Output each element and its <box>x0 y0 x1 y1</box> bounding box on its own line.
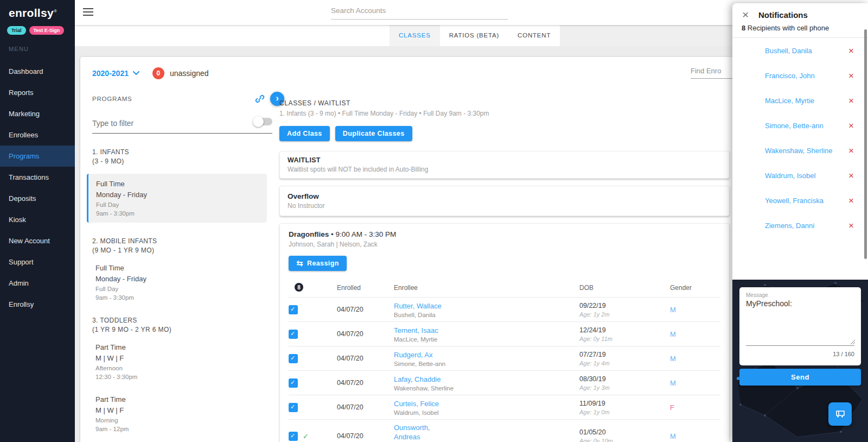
recipient-name-link[interactable]: Yeowell, Franciska <box>765 197 848 205</box>
dob-value: 12/24/19 <box>579 326 670 334</box>
enrollee-name-link[interactable]: Curteis, Felice <box>394 399 439 408</box>
chat-fab-button[interactable] <box>828 402 852 426</box>
row-checkbox[interactable] <box>289 432 298 441</box>
tab[interactable]: CONTENT <box>508 25 560 46</box>
dob-value: 09/22/19 <box>579 302 670 310</box>
notifications-header: × Notifications 8 Recipients with cell p… <box>732 3 868 38</box>
recipient-name-link[interactable]: Bushell, Danila <box>765 47 848 55</box>
reassign-button[interactable]: ⇆ Reassign <box>289 256 347 271</box>
waitlist-title: WAITLIST <box>288 156 722 164</box>
programs-heading: PROGRAMS <box>92 96 132 102</box>
sidebar-item[interactable]: Enrollees <box>0 124 75 146</box>
schedule-hours: 9am - 3:30pm <box>95 293 272 302</box>
program-schedule-card[interactable]: Part Time M | W | F Morning 9am - 12pm <box>95 394 272 433</box>
sidebar-item[interactable]: New Account <box>0 230 75 251</box>
sidebar-item[interactable]: Enrollsy <box>0 294 75 315</box>
row-checkbox[interactable] <box>289 330 298 339</box>
sidebar-item[interactable]: Admin <box>0 273 75 294</box>
age-value: Age: 1y 4m <box>579 360 670 367</box>
remove-recipient-icon[interactable]: × <box>848 121 854 130</box>
recipient-name-link[interactable]: MacLice, Myrtie <box>765 97 848 105</box>
enrollee-name-link[interactable]: Lafay, Chaddie <box>394 375 441 384</box>
enrollee-name-link[interactable]: Rutter, Wallace <box>394 301 442 311</box>
resize-handle-icon[interactable] <box>850 339 856 345</box>
menu-section-label: MENU <box>0 35 75 52</box>
link-icon[interactable] <box>254 93 265 104</box>
recipient-row: MacLice, Myrtie × <box>732 88 868 113</box>
table-header-row: 8 Enrolled Enrollee DOB Gender <box>289 279 720 297</box>
registered-mark-icon: ® <box>54 9 57 14</box>
enrollee-row: ✓ 04/07/20 Rutter, Wallace Bushell, Dani… <box>289 297 720 321</box>
tab[interactable]: CLASSES <box>390 25 440 46</box>
sidebar-item[interactable]: Kiosk <box>0 209 75 230</box>
dob-value: 11/09/19 <box>579 400 670 407</box>
filter-toggle[interactable] <box>254 118 272 125</box>
school-year-selector[interactable]: 2020-2021 <box>92 69 139 78</box>
row-checkbox[interactable] <box>289 403 298 412</box>
hamburger-menu-icon[interactable] <box>83 8 93 18</box>
enrollee-row: ✓ 04/07/20 Ounsworth, Andreas Yeowell, F… <box>289 419 720 442</box>
chevron-down-icon <box>133 71 139 75</box>
overflow-title: Overflow <box>288 192 722 200</box>
panel-scrollbar[interactable] <box>864 29 867 259</box>
enrollee-name-link[interactable]: Ternent, Isaac <box>394 326 438 335</box>
class-time: • 9:00 AM - 3:30 PM <box>329 230 396 238</box>
sidebar-item[interactable]: Programs <box>0 146 75 167</box>
textarea-underline <box>746 345 854 346</box>
row-checkbox[interactable] <box>289 354 298 363</box>
recipient-name-link[interactable]: Simone, Bette-ann <box>765 122 848 130</box>
sidebar-item[interactable]: Reports <box>0 82 75 103</box>
remove-recipient-icon[interactable]: × <box>848 171 854 180</box>
schedule-session: Afternoon <box>95 364 272 372</box>
remove-recipient-icon[interactable]: × <box>848 46 854 55</box>
send-button[interactable]: Send <box>739 369 861 386</box>
search-accounts-input[interactable] <box>331 4 508 20</box>
remove-recipient-icon[interactable]: × <box>848 196 854 205</box>
remove-recipient-icon[interactable]: × <box>848 146 854 155</box>
enrollee-parent: MacLice, Myrtie <box>394 336 579 343</box>
enrolled-date: 04/07/20 <box>337 355 394 362</box>
enrollee-name-link[interactable]: Rudgerd, Ax <box>394 350 433 359</box>
age-value: Age: 1y 3m <box>579 384 670 391</box>
program-schedule-card[interactable]: Full Time Monday - Friday Full Day 9am -… <box>87 174 267 223</box>
sidebar-item[interactable]: Support <box>0 251 75 273</box>
duplicate-classes-button[interactable]: Duplicate Classes <box>335 126 412 141</box>
recipient-name-link[interactable]: Ziemens, Danni <box>765 222 848 230</box>
recipient-row: Waldrum, Isobel × <box>732 163 868 188</box>
sidebar-item[interactable]: Deposits <box>0 188 75 209</box>
sidebar-item[interactable]: Transactions <box>0 167 75 188</box>
character-counter: 13 / 160 <box>833 351 854 357</box>
remove-recipient-icon[interactable]: × <box>848 71 854 80</box>
recipient-name-link[interactable]: Francisco, John <box>765 72 848 80</box>
program-group: 3. TODDLERS (1 YR 9 MO - 2 YR 6 MO) Part… <box>92 316 272 433</box>
schedule-hours: 9am - 12pm <box>95 425 272 433</box>
program-schedule-card[interactable]: Full Time Monday - Friday Full Day 9am -… <box>95 263 272 302</box>
close-icon[interactable]: × <box>742 8 749 21</box>
waitlist-card[interactable]: WAITLIST Waitlist spots will NOT be incl… <box>279 151 730 179</box>
message-textarea[interactable]: MyPreschool: <box>746 299 854 342</box>
recipient-name-link[interactable]: Wakenshaw, Sherline <box>765 147 848 155</box>
schedule-session: Morning <box>95 416 272 425</box>
schedule-type: Part Time <box>95 342 272 353</box>
add-class-button[interactable]: Add Class <box>279 126 330 141</box>
remove-recipient-icon[interactable]: × <box>848 96 854 105</box>
gender-value: M <box>670 306 720 314</box>
tab[interactable]: RATIOS (BETA) <box>440 25 508 46</box>
schedule-hours: 12:30 - 3:30pm <box>95 372 272 381</box>
status-badge: Test E-Sign <box>29 26 65 35</box>
row-checkbox[interactable] <box>289 378 298 388</box>
program-filter-input[interactable] <box>92 118 272 134</box>
schedule-type: Part Time <box>95 394 272 405</box>
sidebar-item[interactable]: Marketing <box>0 103 75 124</box>
program-schedule-card[interactable]: Part Time M | W | F Afternoon 12:30 - 3:… <box>95 342 272 381</box>
sidebar-item[interactable]: Dashboard <box>0 61 75 82</box>
enrollee-name-link[interactable]: Ounsworth, Andreas <box>394 423 444 441</box>
remove-recipient-icon[interactable]: × <box>848 221 854 230</box>
overflow-card[interactable]: Overflow No Instructor <box>279 186 730 216</box>
status-badge: Trial <box>7 26 26 35</box>
program-age-range: (1 YR 9 MO - 2 YR 6 MO) <box>92 325 272 334</box>
recipient-name-link[interactable]: Waldrum, Isobel <box>765 172 848 180</box>
selected-program-summary: 1. Infants (3 - 9 mo) • Full Time Monday… <box>279 110 738 117</box>
dob-value: 01/05/20 <box>579 428 670 436</box>
row-checkbox[interactable] <box>289 305 298 314</box>
